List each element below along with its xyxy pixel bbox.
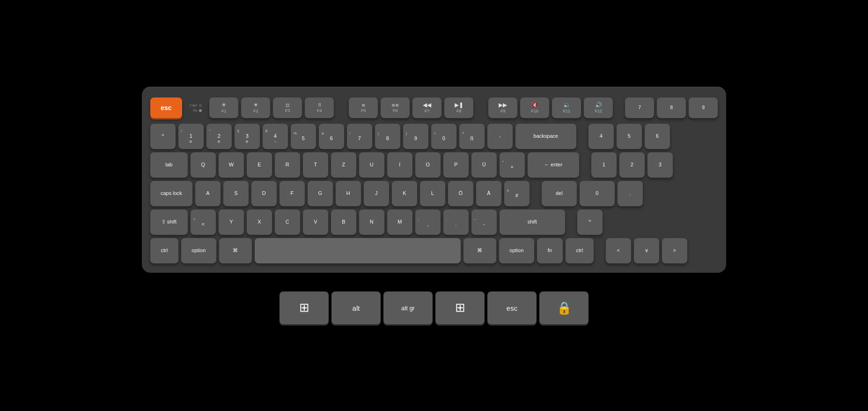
key-o[interactable]: O	[415, 152, 441, 178]
key-y[interactable]: Y	[219, 209, 244, 235]
num-4[interactable]: 4	[588, 124, 614, 149]
f1-key[interactable]: ✳ F1	[209, 97, 238, 118]
num-3[interactable]: 3	[647, 152, 673, 178]
key-n[interactable]: N	[359, 209, 384, 235]
f12-key[interactable]: 🔊 F12	[584, 97, 613, 118]
grave-key[interactable]: ^	[150, 124, 176, 149]
alt-key[interactable]: alt	[331, 291, 381, 324]
key-h[interactable]: H	[336, 181, 361, 206]
f10-key[interactable]: 🔇 F10	[520, 97, 549, 118]
win-key-left[interactable]: ⊞	[280, 291, 329, 324]
esc-key[interactable]: esc	[150, 97, 182, 118]
alt-gr-key[interactable]: alt gr	[383, 291, 433, 324]
lock-key[interactable]: 🔒	[539, 291, 588, 324]
key-a[interactable]: A	[195, 181, 221, 206]
del-key[interactable]: del	[542, 181, 577, 206]
key-s[interactable]: S	[223, 181, 249, 206]
fn-key[interactable]: fn	[537, 238, 563, 263]
f11-key[interactable]: 🔉 F11	[552, 97, 581, 118]
spacebar-key[interactable]	[255, 238, 461, 263]
num-6[interactable]: 6	[645, 124, 670, 149]
key-ö[interactable]: Ö	[448, 181, 473, 206]
key-minus[interactable]: – -	[471, 209, 497, 235]
esc-extra-key[interactable]: esc	[487, 291, 537, 324]
key-7[interactable]: / 7	[347, 124, 372, 149]
key-0[interactable]: = 0	[431, 124, 456, 149]
key-x[interactable]: X	[247, 209, 272, 235]
left-cmd-key[interactable]: ⌘	[219, 238, 252, 263]
key-u[interactable]: U	[359, 152, 384, 178]
right-cmd-key[interactable]: ⌘	[463, 238, 496, 263]
left-shift-key[interactable]: ⇧ shift	[150, 209, 188, 235]
left-option-key[interactable]: option	[181, 238, 216, 263]
f4-key[interactable]: ⠿ F4	[305, 97, 334, 118]
num-dot[interactable]: .	[618, 181, 643, 206]
key-6[interactable]: & 6	[319, 124, 344, 149]
key-z[interactable]: Z	[331, 152, 356, 178]
f2-label: F2	[253, 109, 258, 114]
key-ä[interactable]: Ä	[476, 181, 501, 206]
key-q[interactable]: Q	[191, 152, 216, 178]
num-0[interactable]: 0	[580, 181, 615, 206]
key-p[interactable]: P	[443, 152, 469, 178]
num-8-fn[interactable]: 8	[657, 97, 686, 118]
num-1[interactable]: 1	[591, 152, 617, 178]
key-5[interactable]: % 5	[291, 124, 316, 149]
enter-key[interactable]: ← enter	[528, 152, 579, 178]
key-l[interactable]: L	[420, 181, 445, 206]
key-period[interactable]: : .	[443, 209, 469, 235]
win-key-right[interactable]: ⊞	[435, 291, 485, 324]
tab-key[interactable]: tab	[150, 152, 188, 178]
num-9-fn[interactable]: 9	[689, 97, 718, 118]
num-6-label: 6	[656, 133, 659, 139]
key-comma[interactable]: ; ,	[415, 209, 441, 235]
key-t[interactable]: T	[303, 152, 328, 178]
key-d[interactable]: D	[251, 181, 277, 206]
key-4[interactable]: $ 4 ≈	[263, 124, 288, 149]
num-2[interactable]: 2	[619, 152, 645, 178]
key-ü[interactable]: Ü	[471, 152, 497, 178]
arrow-down-label: ∨	[645, 247, 648, 254]
key-r[interactable]: R	[275, 152, 300, 178]
key-v[interactable]: V	[303, 209, 328, 235]
key-i[interactable]: I	[387, 152, 412, 178]
key-8[interactable]: ( 8	[375, 124, 400, 149]
key-m[interactable]: M	[387, 209, 412, 235]
key-ss[interactable]: ? ß	[459, 124, 485, 149]
right-shift-key[interactable]: shift	[500, 209, 565, 235]
key-b[interactable]: B	[331, 209, 356, 235]
right-ctrl-key[interactable]: ctrl	[566, 238, 594, 263]
f3-key[interactable]: ⊡ F3	[273, 97, 302, 118]
caps-lock-key[interactable]: caps lock	[150, 181, 192, 206]
num-5[interactable]: 5	[617, 124, 642, 149]
key-plus[interactable]: * +	[500, 152, 525, 178]
key-9[interactable]: ) 9	[403, 124, 428, 149]
key-1[interactable]: ! 1 ✱	[178, 124, 204, 149]
key-c[interactable]: C	[275, 209, 300, 235]
arrow-down-key[interactable]: ∨	[634, 238, 659, 263]
backspace-key[interactable]: backspace	[515, 124, 576, 149]
arrow-right-key[interactable]: >	[662, 238, 687, 263]
num-7-fn[interactable]: 7	[625, 97, 654, 118]
key-3[interactable]: § 3 ✱	[235, 124, 260, 149]
key-w[interactable]: W	[219, 152, 244, 178]
f2-key[interactable]: ☀ F2	[241, 97, 270, 118]
left-ctrl-key[interactable]: ctrl	[150, 238, 178, 263]
key-2[interactable]: " 2 ✱	[206, 124, 232, 149]
key-e[interactable]: E	[247, 152, 272, 178]
f8-key[interactable]: ▶❚ F8	[444, 97, 473, 118]
f5-key[interactable]: ≋ F5	[349, 97, 378, 118]
arrow-up-key[interactable]: ^	[577, 209, 603, 235]
f6-key[interactable]: ≋≋ F6	[381, 97, 410, 118]
arrow-left-key[interactable]: <	[606, 238, 631, 263]
key-angle[interactable]: > <	[191, 209, 216, 235]
key-hash[interactable]: # #	[504, 181, 530, 206]
f7-key[interactable]: ◀◀ F7	[412, 97, 441, 118]
key-f[interactable]: F	[280, 181, 305, 206]
f9-key[interactable]: ▶▶ F9	[488, 97, 517, 118]
key-j[interactable]: J	[364, 181, 389, 206]
key-k[interactable]: K	[392, 181, 417, 206]
key-backtick[interactable]: ` '	[487, 124, 513, 149]
key-g[interactable]: G	[308, 181, 333, 206]
right-option-key[interactable]: option	[499, 238, 534, 263]
